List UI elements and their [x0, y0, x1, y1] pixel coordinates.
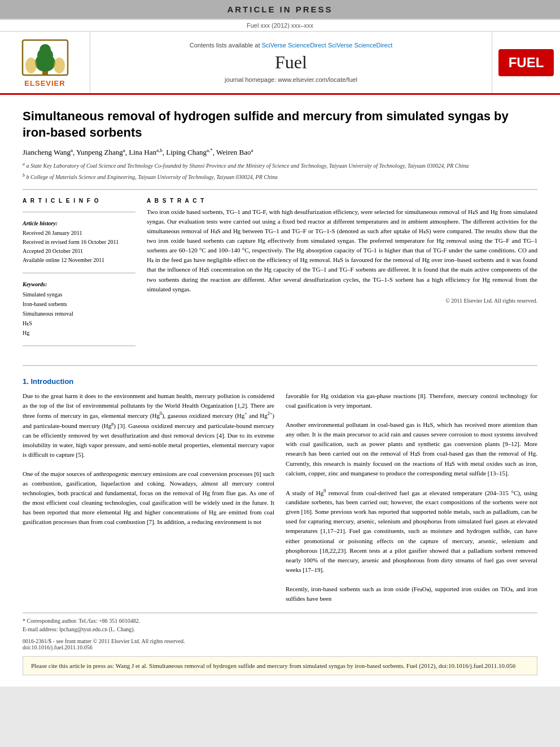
divider-5: [23, 365, 537, 366]
journal-center-block: Contents lists available at SciVerse Sci…: [90, 32, 492, 93]
accepted-date: Accepted 20 October 2011: [23, 247, 135, 256]
affiliation-a: a a State Key Laboratory of Coal Science…: [23, 161, 537, 170]
sciverse-link[interactable]: SciVerse ScienceDirect: [262, 42, 326, 49]
fuel-logo-block: FUEL: [492, 32, 560, 93]
keyword-5: Hg: [23, 328, 135, 338]
footnotes: * Corresponding author. Tel./fax: +86 35…: [23, 613, 537, 634]
homepage-line: journal homepage: www.elsevier.com/locat…: [225, 76, 357, 83]
introduction-section: 1. Introduction Due to the great harm it…: [23, 377, 537, 604]
doi-line: doi:10.1016/j.fuel.2011.10.056: [23, 644, 537, 650]
journal-header: ELSEVIER Contents lists available at Sci…: [0, 32, 560, 95]
intro-para-5: A study of Hg0 removal from coal-derived…: [286, 488, 537, 575]
abstract-col: A B S T R A C T Two iron oxide based sor…: [147, 198, 537, 354]
intro-heading: 1. Introduction: [23, 377, 537, 386]
homepage-text: journal homepage: www.elsevier.com/locat…: [225, 76, 357, 83]
banner-text: ARTICLE IN PRESS: [227, 5, 333, 14]
elsevier-label: ELSEVIER: [24, 79, 65, 88]
keyword-1: Simulated syngas: [23, 290, 135, 299]
intro-para-6: Recently, iron-based sorbents such as ir…: [286, 584, 537, 604]
intro-para-3: favorable for Hg oxidation via gas-phase…: [286, 391, 537, 410]
keyword-3: Simultaneous removal: [23, 309, 135, 318]
article-info-abstract: A R T I C L E I N F O Article history: R…: [23, 198, 537, 354]
intro-right-col: favorable for Hg oxidation via gas-phase…: [286, 391, 537, 604]
intro-body-cols: Due to the great harm it does to the env…: [23, 391, 537, 604]
affiliation-b: b b College of Materials Science and Eng…: [23, 172, 537, 181]
journal-name: Fuel: [275, 52, 307, 73]
intro-para-1: Due to the great harm it does to the env…: [23, 391, 274, 460]
keywords-label: Keywords:: [23, 281, 135, 287]
article-info-heading: A R T I C L E I N F O: [23, 198, 135, 204]
abstract-text: Two iron oxide based sorbents, TG–1 and …: [147, 207, 537, 294]
keyword-2: Iron-based sorbents: [23, 299, 135, 309]
article-in-press-banner: ARTICLE IN PRESS: [0, 0, 560, 19]
revised-date: Received in revised form 16 October 2011: [23, 238, 135, 247]
intro-left-col: Due to the great harm it does to the env…: [23, 391, 274, 604]
divider-1: [23, 189, 537, 190]
available-date: Available online 12 November 2011: [23, 256, 135, 265]
keywords-list: Simulated syngas Iron-based sorbents Sim…: [23, 290, 135, 338]
corresponding-footnote: * Corresponding author. Tel./fax: +86 35…: [23, 617, 537, 625]
divider-2: [23, 212, 135, 212]
intro-para-2: One of the major sources of anthropogeni…: [23, 469, 274, 527]
contents-label: Contents lists available at: [190, 42, 260, 49]
svg-point-6: [54, 58, 65, 73]
paper-title: Simultaneous removal of hydrogen sulfide…: [23, 108, 537, 141]
copyright-line: © 2011 Elsevier Ltd. All rights reserved…: [147, 298, 537, 304]
bottom-bar: 0016-2361/$ - see front matter © 2011 El…: [23, 638, 537, 650]
article-history: Article history: Received 26 January 201…: [23, 220, 135, 265]
elsevier-logo-block: ELSEVIER: [0, 32, 90, 93]
sciverse-text: SciVerse ScienceDirect: [328, 42, 392, 49]
keyword-4: H₂S: [23, 318, 135, 328]
journal-ref-bar: Fuel xxx (2012) xxx–xxx: [0, 19, 560, 32]
keywords-section: Keywords: Simulated syngas Iron-based so…: [23, 281, 135, 338]
authors-line: Jiancheng Wanga, Yunpeng Zhanga, Lina Ha…: [23, 147, 537, 157]
abstract-heading: A B S T R A C T: [147, 198, 537, 204]
citation-text: Please cite this article in press as: Wa…: [31, 662, 515, 669]
intro-para-4: Another environmental pollutant in coal-…: [286, 420, 537, 478]
paper-content: Simultaneous removal of hydrogen sulfide…: [0, 95, 560, 687]
contents-line: Contents lists available at SciVerse Sci…: [190, 42, 393, 49]
divider-3: [23, 273, 135, 273]
email-footnote: E-mail address: lpchang@tyut.edu.cn (L. …: [23, 625, 537, 634]
elsevier-tree-icon: [20, 37, 71, 77]
received-date: Received 26 January 2011: [23, 229, 135, 238]
issn-line: 0016-2361/$ - see front matter © 2011 El…: [23, 638, 537, 644]
journal-ref-text: Fuel xxx (2012) xxx–xxx: [247, 22, 313, 29]
svg-point-5: [25, 58, 37, 73]
fuel-logo: FUEL: [498, 49, 554, 76]
divider-4: [23, 346, 135, 346]
history-label: Article history:: [23, 220, 135, 226]
citation-bar: Please cite this article in press as: Wa…: [23, 656, 537, 676]
article-info-col: A R T I C L E I N F O Article history: R…: [23, 198, 135, 354]
svg-point-3: [40, 44, 51, 55]
